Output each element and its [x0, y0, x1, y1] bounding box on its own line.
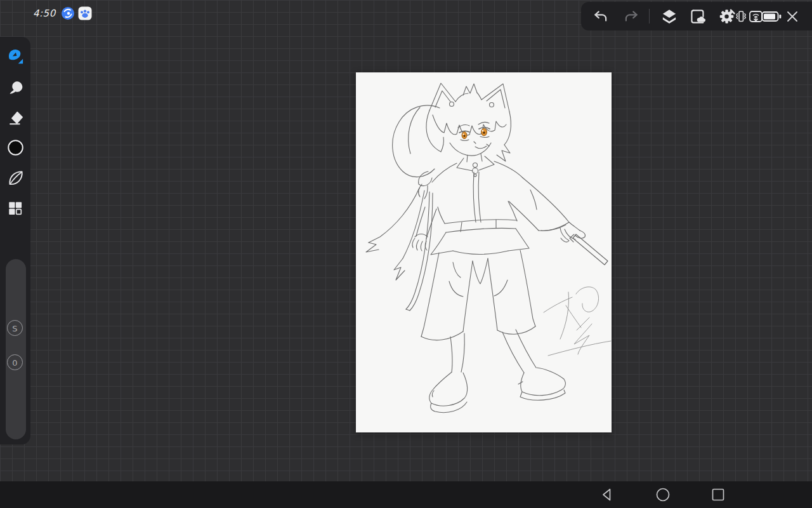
- top-toolbar: [581, 2, 812, 30]
- battery-icon: [761, 10, 782, 23]
- export-icon: [690, 8, 707, 25]
- canvas-grid-tool-button[interactable]: [6, 199, 24, 217]
- redo-button[interactable]: [623, 8, 639, 25]
- brush-size-button[interactable]: S: [7, 320, 23, 336]
- recents-square-icon: [710, 486, 726, 503]
- layers-icon: [661, 8, 678, 25]
- color-swatch: [7, 139, 24, 156]
- brush-icon: [6, 46, 24, 65]
- smudge-tool-button[interactable]: [6, 77, 24, 95]
- smudge-icon: [7, 78, 24, 95]
- redo-icon: [623, 8, 639, 25]
- undo-icon: [593, 8, 609, 25]
- eraser-tool-button[interactable]: [6, 108, 24, 126]
- leaf-brush-tool-button[interactable]: [6, 169, 24, 187]
- home-circle-icon: [655, 486, 671, 503]
- browser-icon: [61, 6, 75, 20]
- drawing-canvas[interactable]: [356, 72, 612, 432]
- settings-gear-icon: [717, 8, 735, 25]
- clock: 4:50: [33, 8, 56, 19]
- brush-slider-track[interactable]: S 0: [6, 259, 26, 439]
- artwork-line-drawing: [356, 72, 612, 432]
- artist-signature: [544, 287, 611, 356]
- nav-home-button[interactable]: [655, 486, 671, 503]
- color-swatch-button[interactable]: [6, 138, 24, 156]
- status-bar-left: 4:50: [33, 6, 92, 20]
- export-button[interactable]: [690, 8, 707, 25]
- close-button[interactable]: [785, 9, 800, 24]
- brush-opacity-button[interactable]: 0: [7, 354, 23, 370]
- leaf-icon: [7, 170, 24, 187]
- android-nav-bar: [0, 481, 812, 508]
- nav-recents-button[interactable]: [710, 486, 726, 503]
- layers-button[interactable]: [661, 8, 678, 25]
- vibrate-icon: [736, 10, 746, 23]
- brush-tool-button[interactable]: [6, 47, 24, 65]
- paw-notification-icon: [78, 6, 92, 20]
- settings-button[interactable]: [717, 8, 735, 25]
- back-triangle-icon: [599, 486, 615, 503]
- toolbar-divider: [649, 9, 650, 23]
- close-icon: [785, 9, 800, 24]
- undo-button[interactable]: [593, 8, 609, 25]
- grid-blocks-icon: [7, 200, 23, 217]
- eraser-icon: [7, 109, 24, 126]
- nav-back-button[interactable]: [599, 486, 615, 503]
